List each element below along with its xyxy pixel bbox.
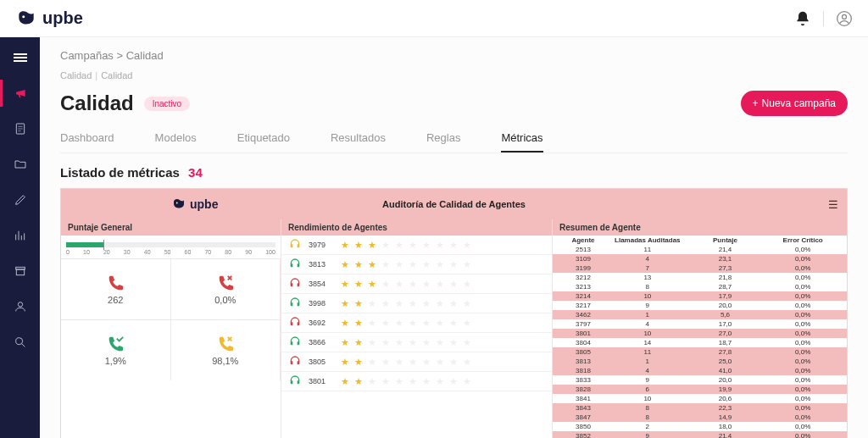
stat-cell: 1,9% <box>61 319 171 380</box>
subtitle-text: Listado de métricas <box>60 165 180 180</box>
tab-métricas[interactable]: Métricas <box>501 125 542 152</box>
summary-row: 38011027,00,0% <box>553 329 847 338</box>
pencil-icon <box>14 193 27 207</box>
star-icon: ★ <box>409 357 417 368</box>
tab-dashboard[interactable]: Dashboard <box>60 125 114 152</box>
star-icon: ★ <box>341 357 349 368</box>
perf-row: 3979★★★★★★★★★★ <box>281 236 552 255</box>
star-icon: ★ <box>422 337 431 348</box>
col-rendimiento: Rendimiento de Agentes 3979★★★★★★★★★★381… <box>281 219 553 438</box>
summary-row: 3199727,30,0% <box>553 263 847 273</box>
sidebar-docs[interactable] <box>0 115 40 142</box>
stars: ★★★★★★★★★★ <box>341 376 471 387</box>
star-icon: ★ <box>436 240 444 251</box>
summary-row: 3852921,40,0% <box>553 431 847 438</box>
folder-icon <box>14 158 27 171</box>
star-icon: ★ <box>449 279 458 290</box>
topbar: upbe <box>0 0 868 37</box>
stars: ★★★★★★★★★★ <box>341 279 471 290</box>
tabs: DashboardModelosEtiquetadoResultadosRegl… <box>60 125 848 153</box>
bell-icon[interactable] <box>794 10 811 27</box>
star-icon: ★ <box>381 376 390 387</box>
new-campaign-button[interactable]: + Nueva campaña <box>741 91 848 116</box>
headset-icon <box>288 258 302 271</box>
star-icon: ★ <box>368 259 376 270</box>
col-puntaje-general: Puntaje General 0102030405060708090100 2… <box>61 219 281 438</box>
sidebar-analytics[interactable] <box>0 222 40 249</box>
tab-etiquetado[interactable]: Etiquetado <box>237 125 290 152</box>
sidebar-campaigns[interactable] <box>0 80 40 107</box>
scale-ticks: 0102030405060708090100 <box>66 249 275 255</box>
star-icon: ★ <box>463 357 471 368</box>
subcrumb-a[interactable]: Calidad <box>60 70 92 80</box>
summary-row: 38041418,70,0% <box>553 338 847 347</box>
agent-id: 3866 <box>309 338 334 347</box>
sh-score: Puntaje <box>687 236 765 244</box>
tab-resultados[interactable]: Resultados <box>331 125 386 152</box>
brand-logo[interactable]: upbe <box>15 8 83 30</box>
col2-title: Rendimiento de Agentes <box>281 219 552 236</box>
summary-row: 38051127,80,0% <box>553 347 847 357</box>
headset-icon <box>288 355 302 369</box>
summary-row: 346215,60,0% <box>553 310 847 319</box>
tick: 90 <box>245 249 252 255</box>
headset-icon <box>288 277 302 291</box>
tick: 50 <box>164 249 171 255</box>
stat-value: 0,0% <box>214 295 236 305</box>
tab-modelos[interactable]: Modelos <box>155 125 197 152</box>
star-icon: ★ <box>395 259 403 270</box>
agent-id: 3979 <box>309 241 334 249</box>
report-title: Auditoría de Calidad de Agentes <box>382 199 526 209</box>
tick: 10 <box>83 249 90 255</box>
star-icon: ★ <box>395 240 403 251</box>
star-icon: ★ <box>395 318 403 329</box>
star-icon: ★ <box>381 357 390 368</box>
star-icon: ★ <box>341 240 349 251</box>
star-icon: ★ <box>354 298 363 309</box>
star-icon: ★ <box>449 376 458 387</box>
headset-icon <box>288 238 302 252</box>
perf-row: 3854★★★★★★★★★★ <box>281 274 552 294</box>
sidebar-hamburger[interactable] <box>0 44 40 71</box>
title-text: Calidad <box>60 91 134 115</box>
subcrumb-b[interactable]: Calidad <box>101 70 132 80</box>
phone-icon <box>216 274 235 293</box>
chart-icon <box>14 229 27 242</box>
summary-row: 25131121,40,0% <box>553 245 847 254</box>
star-icon: ★ <box>436 357 444 368</box>
sidebar-search[interactable] <box>0 329 40 356</box>
perf-row: 3692★★★★★★★★★★ <box>281 313 552 333</box>
perf-row: 3801★★★★★★★★★★ <box>281 372 552 391</box>
divider <box>823 11 824 26</box>
sidebar-edit[interactable] <box>0 186 40 213</box>
stars: ★★★★★★★★★★ <box>341 318 471 329</box>
stars: ★★★★★★★★★★ <box>341 337 471 348</box>
tick: 70 <box>204 249 211 255</box>
phone-icon <box>216 335 235 354</box>
tick: 30 <box>124 249 131 255</box>
star-icon: ★ <box>368 318 376 329</box>
sidebar-folder[interactable] <box>0 151 40 178</box>
breadcrumb: Campañas > Calidad <box>60 49 848 62</box>
sidebar-archive[interactable] <box>0 258 40 285</box>
sh-calls: Llamadas Auditadas <box>609 236 687 244</box>
star-icon: ★ <box>422 279 431 290</box>
headset-icon <box>288 374 302 388</box>
star-icon: ★ <box>368 357 376 368</box>
summary-row: 3833920,00,0% <box>553 375 847 385</box>
star-icon: ★ <box>436 337 444 348</box>
star-icon: ★ <box>463 240 471 251</box>
star-icon: ★ <box>381 240 390 251</box>
col1-title: Puntaje General <box>61 219 281 236</box>
star-icon: ★ <box>463 259 471 270</box>
tab-reglas[interactable]: Reglas <box>426 125 460 152</box>
breadcrumb-root[interactable]: Campañas <box>60 49 114 62</box>
phone-icon <box>106 335 125 354</box>
report-panel: upbe Auditoría de Calidad de Agentes ☰ P… <box>60 188 848 438</box>
svg-point-2 <box>843 14 847 19</box>
user-icon[interactable] <box>836 10 853 27</box>
summary-row: 32141017,90,0% <box>553 291 847 301</box>
report-menu-icon[interactable]: ☰ <box>828 198 838 211</box>
sidebar-users[interactable] <box>0 293 40 320</box>
agent-id: 3813 <box>309 260 334 269</box>
